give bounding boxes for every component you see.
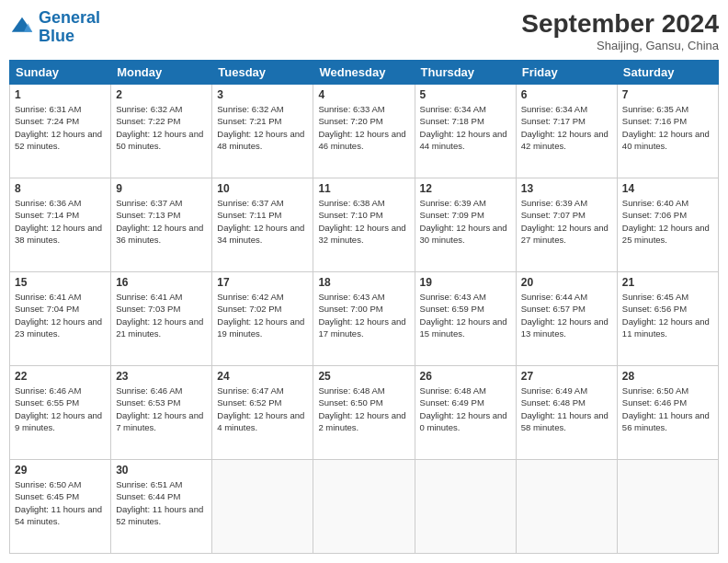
day-number: 2 [116, 88, 207, 101]
sunset-label: Sunset: 6:45 PM [15, 491, 79, 501]
sunset-label: Sunset: 7:07 PM [521, 210, 586, 220]
table-row: 6 Sunrise: 6:34 AM Sunset: 7:17 PM Dayli… [516, 85, 617, 178]
cell-content: Sunrise: 6:37 AM Sunset: 7:13 PM Dayligh… [116, 197, 207, 246]
month-title: September 2024 [521, 9, 719, 39]
sunrise-label: Sunrise: 6:34 AM [521, 104, 587, 114]
calendar-week-row: 29 Sunrise: 6:50 AM Sunset: 6:45 PM Dayl… [10, 460, 719, 554]
day-number: 3 [217, 88, 308, 101]
daylight-label: Daylight: 12 hours and 2 minutes. [318, 410, 405, 432]
sunrise-label: Sunrise: 6:50 AM [15, 479, 81, 489]
day-number: 21 [622, 276, 713, 289]
cell-content: Sunrise: 6:49 AM Sunset: 6:48 PM Dayligh… [521, 385, 612, 433]
daylight-label: Daylight: 12 hours and 9 minutes. [15, 410, 102, 432]
sunset-label: Sunset: 7:03 PM [116, 304, 180, 314]
calendar-week-row: 8 Sunrise: 6:36 AM Sunset: 7:14 PM Dayli… [10, 178, 719, 272]
cell-content: Sunrise: 6:31 AM Sunset: 7:24 PM Dayligh… [15, 103, 106, 152]
table-row: 13 Sunrise: 6:39 AM Sunset: 7:07 PM Dayl… [516, 178, 617, 272]
table-row: 7 Sunrise: 6:35 AM Sunset: 7:16 PM Dayli… [617, 85, 718, 178]
cell-content: Sunrise: 6:41 AM Sunset: 7:03 PM Dayligh… [116, 291, 207, 339]
sunrise-label: Sunrise: 6:34 AM [420, 104, 486, 114]
col-friday: Friday [516, 61, 617, 85]
sunset-label: Sunset: 6:55 PM [15, 397, 79, 408]
day-number: 14 [622, 182, 713, 195]
cell-content: Sunrise: 6:50 AM Sunset: 6:46 PM Dayligh… [622, 385, 713, 433]
table-row [617, 460, 718, 554]
daylight-label: Daylight: 12 hours and 11 minutes. [622, 316, 710, 339]
table-row [212, 460, 313, 554]
sunset-label: Sunset: 7:16 PM [622, 116, 687, 126]
sunrise-label: Sunrise: 6:41 AM [116, 292, 182, 302]
sunrise-label: Sunrise: 6:39 AM [420, 198, 486, 208]
day-number: 15 [15, 276, 106, 289]
sunset-label: Sunset: 7:11 PM [217, 210, 281, 220]
table-row: 20 Sunrise: 6:44 AM Sunset: 6:57 PM Dayl… [516, 272, 617, 366]
sunset-label: Sunset: 7:21 PM [217, 116, 281, 126]
calendar-table: Sunday Monday Tuesday Wednesday Thursday… [9, 60, 719, 554]
table-row: 29 Sunrise: 6:50 AM Sunset: 6:45 PM Dayl… [10, 460, 111, 554]
table-row: 11 Sunrise: 6:38 AM Sunset: 7:10 PM Dayl… [313, 178, 415, 272]
table-row: 5 Sunrise: 6:34 AM Sunset: 7:18 PM Dayli… [415, 85, 516, 178]
sunrise-label: Sunrise: 6:42 AM [217, 292, 283, 302]
day-number: 23 [116, 370, 207, 383]
sunset-label: Sunset: 7:18 PM [420, 116, 484, 126]
cell-content: Sunrise: 6:39 AM Sunset: 7:09 PM Dayligh… [420, 197, 511, 246]
day-number: 25 [318, 370, 409, 383]
cell-content: Sunrise: 6:48 AM Sunset: 6:50 PM Dayligh… [318, 385, 409, 433]
cell-content: Sunrise: 6:43 AM Sunset: 6:59 PM Dayligh… [420, 291, 511, 339]
day-number: 24 [217, 370, 308, 383]
sunset-label: Sunset: 6:57 PM [521, 304, 586, 314]
sunrise-label: Sunrise: 6:46 AM [116, 385, 182, 396]
cell-content: Sunrise: 6:40 AM Sunset: 7:06 PM Dayligh… [622, 197, 713, 246]
daylight-label: Daylight: 11 hours and 58 minutes. [521, 410, 609, 432]
cell-content: Sunrise: 6:34 AM Sunset: 7:17 PM Dayligh… [521, 103, 612, 152]
sunrise-label: Sunrise: 6:37 AM [217, 198, 283, 208]
day-number: 8 [15, 182, 106, 195]
daylight-label: Daylight: 12 hours and 52 minutes. [15, 129, 102, 151]
cell-content: Sunrise: 6:32 AM Sunset: 7:21 PM Dayligh… [217, 103, 308, 152]
sunrise-label: Sunrise: 6:36 AM [15, 198, 81, 208]
day-number: 4 [318, 88, 409, 101]
logo-icon [9, 15, 35, 40]
cell-content: Sunrise: 6:36 AM Sunset: 7:14 PM Dayligh… [15, 197, 106, 246]
day-number: 13 [521, 182, 612, 195]
cell-content: Sunrise: 6:45 AM Sunset: 6:56 PM Dayligh… [622, 291, 713, 339]
sunrise-label: Sunrise: 6:51 AM [116, 479, 182, 489]
daylight-label: Daylight: 12 hours and 27 minutes. [521, 223, 609, 245]
daylight-label: Daylight: 12 hours and 17 minutes. [318, 316, 405, 339]
day-number: 22 [15, 370, 106, 383]
logo-line2: Blue [39, 27, 74, 45]
table-row [415, 460, 516, 554]
col-wednesday: Wednesday [313, 61, 415, 85]
col-saturday: Saturday [617, 61, 718, 85]
sunset-label: Sunset: 7:20 PM [318, 116, 382, 126]
calendar-header-row: Sunday Monday Tuesday Wednesday Thursday… [10, 61, 719, 85]
table-row [516, 460, 617, 554]
cell-content: Sunrise: 6:32 AM Sunset: 7:22 PM Dayligh… [116, 103, 207, 152]
cell-content: Sunrise: 6:47 AM Sunset: 6:52 PM Dayligh… [217, 385, 308, 433]
sunset-label: Sunset: 7:09 PM [420, 210, 484, 220]
page: General Blue September 2024 Shaijing, Ga… [0, 0, 728, 563]
sunset-label: Sunset: 7:00 PM [318, 304, 382, 314]
day-number: 9 [116, 182, 207, 195]
sunset-label: Sunset: 6:48 PM [521, 397, 586, 408]
daylight-label: Daylight: 12 hours and 19 minutes. [217, 316, 304, 339]
daylight-label: Daylight: 12 hours and 15 minutes. [420, 316, 507, 339]
daylight-label: Daylight: 12 hours and 0 minutes. [420, 410, 507, 432]
sunrise-label: Sunrise: 6:48 AM [318, 385, 384, 396]
day-number: 17 [217, 276, 308, 289]
cell-content: Sunrise: 6:34 AM Sunset: 7:18 PM Dayligh… [420, 103, 511, 152]
col-tuesday: Tuesday [212, 61, 313, 85]
sunrise-label: Sunrise: 6:31 AM [15, 104, 81, 114]
cell-content: Sunrise: 6:51 AM Sunset: 6:44 PM Dayligh… [116, 478, 207, 527]
logo-line1: General [39, 8, 100, 27]
daylight-label: Daylight: 12 hours and 34 minutes. [217, 223, 304, 245]
day-number: 5 [420, 88, 511, 101]
sunset-label: Sunset: 7:13 PM [116, 210, 180, 220]
daylight-label: Daylight: 11 hours and 56 minutes. [622, 410, 710, 432]
sunrise-label: Sunrise: 6:49 AM [521, 385, 587, 396]
daylight-label: Daylight: 12 hours and 4 minutes. [217, 410, 304, 432]
cell-content: Sunrise: 6:39 AM Sunset: 7:07 PM Dayligh… [521, 197, 612, 246]
calendar-week-row: 1 Sunrise: 6:31 AM Sunset: 7:24 PM Dayli… [10, 85, 719, 178]
daylight-label: Daylight: 12 hours and 36 minutes. [116, 223, 203, 245]
sunrise-label: Sunrise: 6:43 AM [420, 292, 486, 302]
